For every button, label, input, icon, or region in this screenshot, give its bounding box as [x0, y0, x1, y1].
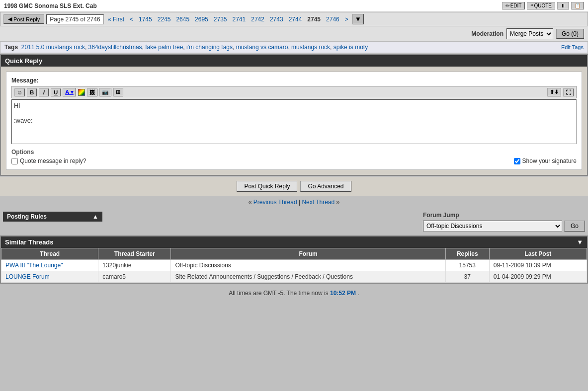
vehicle-info: 1998 GMC Sonoma SLS Ext. Cab	[4, 2, 500, 9]
pagination-bar: ◀ Post Reply Page 2745 of 2746 « First <…	[0, 12, 588, 26]
posting-rules-section: Posting Rules ▲	[3, 212, 102, 222]
footer-period: .	[357, 290, 359, 297]
quote-checkbox[interactable]	[11, 158, 18, 164]
page-links: « First < 1745 2245 2645 2695 2735 2741 …	[106, 15, 350, 23]
fullscreen-button[interactable]: ⛶	[563, 88, 574, 96]
thread-link-1[interactable]: PWA III "The Lounge"	[5, 262, 63, 269]
posting-rules-header: Posting Rules ▲	[3, 212, 102, 222]
col-lastpost: Last Post	[489, 248, 587, 260]
expand-editor-button[interactable]: ⬆⬇	[547, 88, 561, 96]
edit-icon: ✏	[505, 3, 509, 8]
next-thread-link[interactable]: Next Thread	[302, 199, 335, 206]
moderation-go-button[interactable]: Go (0)	[556, 29, 584, 39]
insert-image-button[interactable]: 🖼	[87, 88, 97, 96]
similar-threads-toggle[interactable]: ▼	[577, 238, 583, 246]
thread-replies-2: 37	[445, 271, 489, 283]
page-2746-link[interactable]: 2746	[324, 15, 341, 23]
bold-button[interactable]: B	[27, 88, 37, 96]
signature-option: Show your signature	[514, 157, 577, 164]
tags-label: Tags	[4, 44, 18, 51]
page-1745-link[interactable]: 1745	[137, 15, 154, 23]
tags-list: 2011 5.0 mustangs rock, 364daystillchris…	[19, 44, 368, 51]
thread-starter-1: 1320junkie	[98, 260, 171, 271]
page-2245-link[interactable]: 2245	[156, 15, 173, 23]
moderation-label: Moderation	[471, 30, 504, 37]
post-quick-reply-button[interactable]: Post Quick Reply	[237, 181, 297, 192]
page-2645-link[interactable]: 2645	[174, 15, 191, 23]
similar-threads-section: Similar Threads ▼ Thread Thread Starter …	[0, 235, 588, 284]
prev-page-link[interactable]: <	[128, 15, 135, 23]
editor-toolbar: ☺ B I U A ▾ 🖼 📷 ⊞ ⬆⬇ ⛶	[11, 86, 577, 98]
quick-reply-header: Quick Reply	[1, 55, 587, 67]
tag-changing-tags[interactable]: i'm changing tags	[186, 44, 233, 51]
page-info: Page 2745 of 2746	[46, 14, 103, 24]
tag-mustangs-rock[interactable]: 2011 5.0 mustangs rock	[21, 44, 85, 51]
thread-forum-2: Site Related Announcements / Suggestions…	[171, 271, 445, 283]
forum-jump-go-button[interactable]: Go	[564, 221, 585, 232]
forum-jump-select[interactable]: Off-topic DiscussionsGeneralSite Related…	[423, 221, 562, 232]
insert-video-button[interactable]: 📷	[99, 88, 111, 96]
page-2742-link[interactable]: 2742	[249, 15, 266, 23]
smilies-button[interactable]: ☺	[14, 88, 25, 96]
current-page: 2745	[305, 15, 323, 23]
edit-tags-link[interactable]: Edit Tags	[561, 44, 584, 50]
next-page-link[interactable]: >	[343, 15, 350, 23]
page-dropdown-button[interactable]: ▼	[352, 14, 364, 24]
footer-time: 10:52 PM	[330, 290, 356, 297]
tags-bar: Tags 2011 5.0 mustangs rock, 364daystill…	[0, 41, 588, 53]
font-color-button[interactable]: A ▾	[63, 88, 76, 96]
message-label: Message:	[11, 77, 577, 84]
options-section: Options Quote message in reply? Show you…	[11, 149, 577, 164]
forum-jump-row: Off-topic DiscussionsGeneralSite Related…	[423, 221, 585, 232]
tag-mustang-vs-camaro[interactable]: mustang vs camaro	[236, 44, 288, 51]
footer-text: All times are GMT -5. The time now is	[229, 290, 328, 297]
col-forum: Forum	[171, 248, 445, 260]
table-row: PWA III "The Lounge" 1320junkie Off-topi…	[1, 260, 587, 271]
go-advanced-button[interactable]: Go Advanced	[300, 181, 351, 192]
tag-palm-tree[interactable]: fake palm tree	[145, 44, 183, 51]
tag-mustangs-rock2[interactable]: mustangs rock	[291, 44, 330, 51]
col-replies: Replies	[445, 248, 489, 260]
col-starter: Thread Starter	[98, 248, 171, 260]
thread-forum-1: Off-topic Discussions	[171, 260, 445, 271]
thread-link-2[interactable]: LOUNGE Forum	[5, 273, 50, 280]
report-button[interactable]: 📋	[571, 2, 584, 9]
moderation-bar: Moderation Merge Posts Go (0)	[0, 26, 588, 41]
similar-threads-table: Thread Thread Starter Forum Replies Last…	[1, 248, 587, 283]
edit-button[interactable]: ✏ EDIT	[502, 2, 525, 9]
page-2735-link[interactable]: 2735	[212, 15, 229, 23]
previous-thread-link[interactable]: Previous Thread	[253, 199, 297, 206]
options-label: Options	[11, 149, 577, 156]
thread-title-1: PWA III "The Lounge"	[1, 260, 98, 271]
insert-table-button[interactable]: ⊞	[113, 88, 123, 96]
bottom-bar: Posting Rules ▲ Forum Jump Off-topic Dis…	[0, 209, 588, 235]
thread-lastpost-1: 09-11-2009 10:39 PM	[489, 260, 587, 271]
quick-reply-body: Message: ☺ B I U A ▾ 🖼 📷 ⊞ ⬆⬇ ⛶	[1, 67, 587, 175]
thread-lastpost-2: 01-04-2009 09:29 PM	[489, 271, 587, 283]
page-2744-link[interactable]: 2744	[287, 15, 304, 23]
moderation-select[interactable]: Merge Posts	[506, 28, 553, 39]
underline-button[interactable]: U	[51, 88, 61, 96]
post-icon: ◀	[8, 16, 12, 22]
page-2695-link[interactable]: 2695	[193, 15, 210, 23]
post-reply-button[interactable]: ◀ Post Reply	[3, 14, 44, 24]
quote-icon: ❝	[530, 3, 533, 8]
signature-checkbox[interactable]	[514, 158, 520, 164]
posting-rules-toggle[interactable]: ▲	[92, 213, 98, 220]
tag-spike[interactable]: spike is moty	[334, 44, 368, 51]
pause-button[interactable]: ⏸	[557, 2, 569, 9]
message-editor[interactable]: Hi :wave:	[11, 99, 577, 144]
tag-364days[interactable]: 364daystillchristmas	[88, 44, 142, 51]
quote-label: Quote message in reply?	[20, 157, 86, 164]
page-2743-link[interactable]: 2743	[268, 15, 285, 23]
nav-separator-prev: «	[249, 199, 253, 206]
nav-separator-next: »	[336, 199, 340, 206]
quote-option: Quote message in reply?	[11, 157, 86, 164]
page-2741-link[interactable]: 2741	[231, 15, 248, 23]
col-thread: Thread	[1, 248, 98, 260]
italic-button[interactable]: I	[39, 88, 49, 96]
quote-button[interactable]: ❝ QUOTE	[527, 2, 555, 9]
forum-jump-section: Forum Jump Off-topic DiscussionsGeneralS…	[423, 212, 585, 232]
first-page-link[interactable]: « First	[106, 15, 126, 23]
color-picker-button[interactable]	[78, 89, 85, 96]
